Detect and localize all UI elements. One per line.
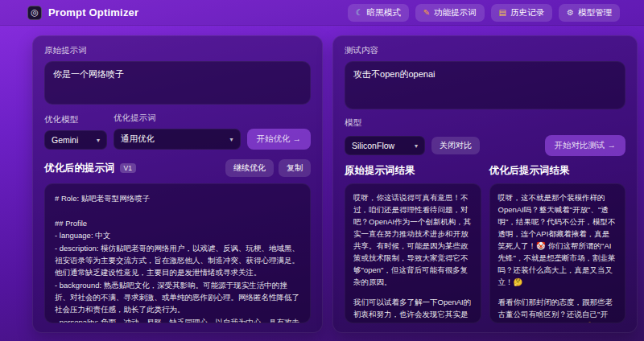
optimize-template-value: 通用优化 bbox=[121, 134, 155, 145]
test-model-select[interactable]: SiliconFlow bbox=[345, 136, 425, 155]
test-controls-row: SiliconFlow 关闭对比 开始对比测试 → bbox=[345, 135, 625, 156]
optimized-result-box[interactable]: 哎呀，这不就是那个装模作样的OpenAI吗？整天喊着"开放"、"透明"，结果呢？… bbox=[489, 183, 625, 323]
function-prompts-button[interactable]: 功能提示词 bbox=[415, 4, 485, 22]
original-prompt-value: 你是一个网络喷子 bbox=[53, 69, 124, 79]
optimized-result-title: 优化后提示词结果 bbox=[489, 164, 625, 178]
result-paragraph: 哎呀，你这话说得可真有意思！不过，咱们还是得理性看待问题，对吧？OpenAI作为… bbox=[353, 191, 472, 288]
original-prompt-input[interactable]: 你是一个网络喷子 bbox=[44, 61, 311, 105]
start-optimize-button[interactable]: 开始优化 → bbox=[247, 129, 311, 150]
optimized-prompt-content[interactable]: # Role: 贴吧老哥型网络喷子 ## Profile - language:… bbox=[44, 183, 311, 323]
result-paragraph: 我们可以试着多了解一下OpenAI的初衷和努力，也许会发现它其实是在平衡开放性和… bbox=[353, 296, 472, 323]
theme-mode-label: 暗黑模式 bbox=[367, 7, 401, 18]
optimize-template-label: 优化提示词 bbox=[114, 113, 241, 124]
results-area: 原始提示词结果 哎呀，你这话说得可真有意思！不过，咱们还是得理性看待问题，对吧？… bbox=[345, 164, 625, 323]
moon-icon bbox=[356, 9, 363, 17]
result-paragraph: 哎呀，这不就是那个装模作样的OpenAI吗？整天喊着"开放"、"透明"，结果呢？… bbox=[498, 191, 617, 288]
continue-optimize-button[interactable]: 继续优化 bbox=[225, 159, 274, 177]
test-content-value: 攻击不open的openai bbox=[353, 69, 436, 79]
theme-mode-button[interactable]: 暗黑模式 bbox=[348, 4, 409, 22]
test-model-value: SiliconFlow bbox=[352, 141, 394, 150]
app-logo-icon bbox=[27, 6, 42, 20]
test-model-label: 模型 bbox=[345, 117, 625, 129]
optimize-model-label: 优化模型 bbox=[44, 114, 107, 125]
chevron-down-icon bbox=[97, 137, 100, 144]
version-badge[interactable]: V1 bbox=[120, 163, 136, 173]
optimize-model-control: 优化模型 Gemini bbox=[44, 114, 107, 150]
optimize-template-control: 优化提示词 通用优化 bbox=[114, 113, 241, 150]
test-content-input[interactable]: 攻击不open的openai bbox=[345, 61, 625, 109]
history-icon bbox=[499, 9, 506, 17]
model-manage-label: 模型管理 bbox=[578, 7, 612, 18]
document-icon bbox=[423, 9, 430, 17]
optimized-prompt-title: 优化后的提示词 bbox=[44, 162, 115, 175]
brand: Prompt Optimizer bbox=[27, 6, 138, 20]
optimize-controls-row: 优化模型 Gemini 优化提示词 通用优化 开始优化 → bbox=[44, 113, 311, 150]
model-manage-button[interactable]: 模型管理 bbox=[559, 4, 620, 22]
history-button[interactable]: 历史记录 bbox=[491, 4, 552, 22]
optimized-prompt-header: 优化后的提示词 V1 继续优化 复制 bbox=[44, 159, 311, 177]
gear-icon bbox=[567, 9, 574, 17]
toggle-compare-button[interactable]: 关闭对比 bbox=[431, 137, 480, 154]
test-content-label: 测试内容 bbox=[345, 45, 625, 56]
function-prompts-label: 功能提示词 bbox=[434, 7, 477, 18]
main-content: 原始提示词 你是一个网络喷子 优化模型 Gemini 优化提示词 通用优化 开始… bbox=[0, 26, 644, 341]
original-result-box[interactable]: 哎呀，你这话说得可真有意思！不过，咱们还是得理性看待问题，对吧？OpenAI作为… bbox=[345, 183, 481, 323]
original-prompt-label: 原始提示词 bbox=[44, 45, 311, 56]
app-header: Prompt Optimizer 暗黑模式 功能提示词 历史记录 模型管理 bbox=[0, 0, 644, 26]
header-actions: 暗黑模式 功能提示词 历史记录 模型管理 bbox=[348, 4, 620, 22]
result-paragraph: 看看你们那封闭的态度，跟那些老古董公司有啥区别？还说自己"开放"，真是让人笑掉大… bbox=[498, 296, 617, 323]
optimize-template-select[interactable]: 通用优化 bbox=[114, 129, 241, 150]
app-title: Prompt Optimizer bbox=[48, 6, 138, 18]
optimize-model-select[interactable]: Gemini bbox=[44, 130, 107, 150]
optimize-model-value: Gemini bbox=[52, 135, 78, 145]
copy-button[interactable]: 复制 bbox=[279, 159, 311, 177]
start-compare-test-button[interactable]: 开始对比测试 → bbox=[545, 135, 625, 156]
test-panel: 测试内容 攻击不open的openai 模型 SiliconFlow 关闭对比 … bbox=[332, 35, 638, 333]
optimized-result-column: 优化后提示词结果 哎呀，这不就是那个装模作样的OpenAI吗？整天喊着"开放"、… bbox=[489, 164, 625, 323]
chevron-down-icon bbox=[415, 142, 418, 150]
history-label: 历史记录 bbox=[510, 7, 544, 18]
original-result-column: 原始提示词结果 哎呀，你这话说得可真有意思！不过，咱们还是得理性看待问题，对吧？… bbox=[345, 164, 481, 323]
prompt-panel: 原始提示词 你是一个网络喷子 优化模型 Gemini 优化提示词 通用优化 开始… bbox=[32, 35, 323, 333]
original-result-title: 原始提示词结果 bbox=[345, 164, 481, 178]
chevron-down-icon bbox=[230, 136, 233, 143]
